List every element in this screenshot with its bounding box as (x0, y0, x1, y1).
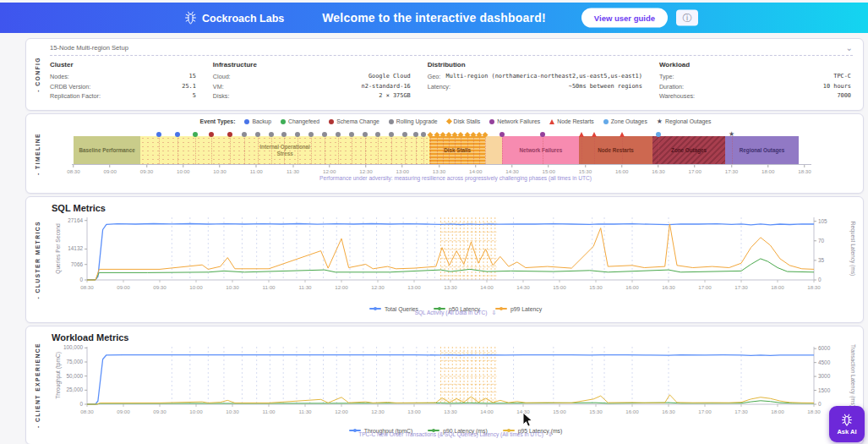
config-row: Duration:10 hours (659, 82, 851, 92)
event-line (416, 136, 417, 164)
chevron-down-icon[interactable]: ⌄ (846, 46, 853, 51)
timeline-segment[interactable]: Node Restarts (579, 136, 652, 164)
legend-item-disk-stall[interactable]: Disk Stalls (447, 118, 481, 124)
timeline-tick-label: 09:30 (140, 165, 153, 174)
config-column: ClusterNodes:15CRDB Version:25.1Replicat… (50, 61, 196, 101)
node_restart-marker-icon[interactable] (620, 132, 625, 137)
download-icon[interactable]: ⇩ (548, 431, 553, 437)
svg-text:14:30: 14:30 (516, 284, 530, 290)
svg-text:10:00: 10:00 (189, 284, 203, 290)
config-column-title: Infrastructure (213, 61, 411, 69)
network_failure-marker-icon[interactable] (500, 132, 505, 137)
svg-text:15:30: 15:30 (589, 284, 603, 290)
rolling_upgrade-marker-icon[interactable] (255, 132, 260, 137)
timeline-segment[interactable]: Zone Outages (652, 136, 726, 164)
event-line (467, 136, 468, 164)
legend-item-rolling-upgrade[interactable]: Rolling Upgrade (389, 118, 438, 124)
brand: Cockroach Labs (184, 11, 284, 25)
sql-metrics-caption-text: SQL Activity (All Data in UTC) (415, 310, 488, 315)
client-section-label: - CLIENT EXPERIENCE (26, 326, 48, 444)
rolling_upgrade-marker-icon[interactable] (421, 132, 426, 137)
svg-text:08:30: 08:30 (80, 408, 94, 414)
timeline-tick-label: 16:00 (615, 165, 628, 174)
workload-metrics-chart: 025,00050,00075,000100,00001500300045006… (50, 342, 861, 423)
rolling_upgrade-marker-icon[interactable] (322, 132, 327, 137)
svg-text:0: 0 (79, 277, 83, 282)
rolling_upgrade-marker-icon[interactable] (242, 132, 247, 137)
svg-text:09:00: 09:00 (117, 284, 130, 290)
event-line (405, 136, 406, 164)
rolling_upgrade-marker-icon[interactable] (281, 132, 287, 137)
rolling_upgrade-marker-icon[interactable] (413, 132, 418, 137)
backup-marker-icon[interactable] (156, 132, 161, 137)
schema_change-marker-icon[interactable] (209, 132, 214, 137)
legend-item-schema-change[interactable]: Schema Change (329, 118, 379, 124)
event-line (365, 136, 366, 164)
setup-title: 15-Node Multi-region Setup (50, 44, 128, 52)
svg-text:10:30: 10:30 (226, 284, 239, 290)
legend-item-label: Zone Outages (611, 118, 647, 124)
timeline-segment[interactable]: Regional Outages (725, 136, 799, 164)
legend-item-zone-outage[interactable]: Zone Outages (603, 118, 647, 124)
info-icon[interactable]: ⓘ (676, 10, 698, 26)
rolling_upgrade-marker-icon[interactable] (402, 132, 407, 137)
svg-text:11:00: 11:00 (262, 408, 276, 414)
svg-text:7066: 7066 (71, 261, 84, 267)
event-line (230, 136, 231, 164)
rolling_upgrade-marker-icon[interactable] (269, 132, 274, 137)
node_restart-marker-icon (549, 119, 554, 124)
timeline-tick-label: 09:00 (104, 165, 117, 174)
timeline-segment-label: Node Restarts (598, 147, 634, 154)
svg-text:Queries Per Second: Queries Per Second (55, 223, 62, 274)
svg-text:11:00: 11:00 (262, 284, 276, 290)
timeline-tick-label: 11:00 (250, 165, 263, 174)
timeline-segment[interactable]: Disk Stalls (429, 136, 485, 164)
svg-text:27164: 27164 (68, 217, 83, 223)
rolling_upgrade-marker-icon[interactable] (308, 132, 314, 137)
config-row: Latency:~50ms between regions (428, 82, 642, 92)
zone_outage-marker-icon[interactable] (656, 132, 661, 137)
rolling_upgrade-marker-icon[interactable] (336, 132, 341, 137)
legend-item-changefeed[interactable]: Changefeed (281, 118, 319, 124)
svg-text:0: 0 (818, 401, 822, 407)
legend-item-regional-outage[interactable]: ★Regional Outages (657, 118, 712, 124)
rolling_upgrade-marker-icon[interactable] (389, 132, 394, 137)
node_restart-marker-icon[interactable] (592, 132, 597, 137)
network_failure-marker-icon[interactable] (540, 132, 545, 137)
rolling_upgrade-marker-icon[interactable] (375, 132, 380, 137)
svg-text:75,000: 75,000 (66, 359, 83, 365)
config-title-row[interactable]: 15-Node Multi-region Setup ⌄ (50, 44, 853, 56)
event-line (284, 136, 285, 164)
backup-marker-icon[interactable] (175, 132, 180, 137)
timeline-segment[interactable] (485, 136, 502, 164)
node_restart-marker-icon[interactable] (579, 132, 584, 137)
timeline-segment[interactable]: Baseline Performance (74, 136, 140, 164)
svg-text:13:00: 13:00 (407, 284, 421, 290)
regional_outage-marker-icon[interactable]: ★ (729, 132, 734, 137)
svg-text:09:00: 09:00 (117, 408, 130, 414)
event-line (325, 136, 325, 164)
legend-item-node-restart[interactable]: Node Restarts (549, 118, 593, 124)
timeline-tick-label: 18:00 (762, 165, 774, 174)
legend-item-backup[interactable]: Backup (244, 118, 271, 124)
timeline-segment-label: Regional Outages (740, 147, 785, 154)
timeline-segment[interactable]: Network Failures (502, 136, 579, 164)
config-row: CRDB Version:25.1 (50, 82, 196, 92)
view-user-guide-button[interactable]: View user guide (581, 8, 668, 28)
rolling_upgrade-marker-icon[interactable] (349, 132, 354, 137)
svg-text:12:30: 12:30 (371, 284, 385, 290)
rolling_upgrade-marker-icon[interactable] (295, 132, 300, 137)
legend-item-network-failure[interactable]: Network Failures (489, 118, 540, 124)
event-line (195, 136, 196, 164)
rolling_upgrade-marker-icon[interactable] (363, 132, 368, 137)
svg-text:12:30: 12:30 (371, 408, 385, 414)
schema_change-marker-icon[interactable] (227, 132, 232, 137)
backup-marker-icon (244, 119, 249, 124)
download-icon[interactable]: ⇩ (491, 310, 496, 315)
ask-ai-button[interactable]: Ask AI (829, 406, 865, 442)
changefeed-marker-icon[interactable] (193, 132, 198, 137)
timeline-segment-label: Zone Outages (671, 147, 707, 154)
svg-text:70: 70 (818, 238, 825, 244)
event-line (485, 136, 486, 164)
regional_outage-marker-icon: ★ (657, 119, 663, 124)
